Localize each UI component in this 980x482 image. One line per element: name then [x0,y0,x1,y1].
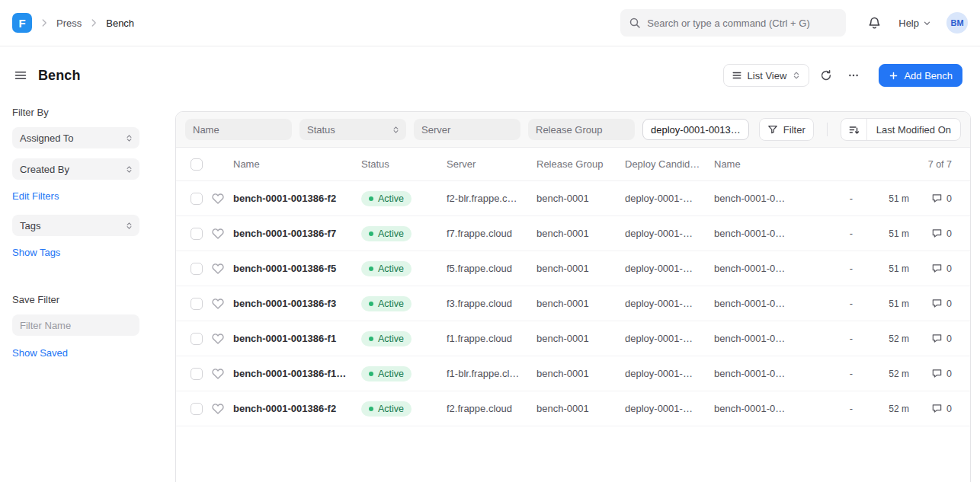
funnel-icon [767,124,778,135]
status-cell: Active [361,226,447,241]
last-modified-cell: 51 m [865,298,909,309]
refresh-button[interactable] [815,65,837,86]
deploy-candidate-filter-input[interactable] [642,119,749,140]
status-cell: Active [361,366,447,381]
bench-name-cell: bench-0001-001386-f7 [233,228,361,239]
server-cell: f2-blr.frappe.c… [447,193,536,204]
global-search-input[interactable]: Search or type a command (Ctrl + G) [620,9,846,37]
sort-direction-button[interactable] [841,119,867,140]
chevron-down-icon [923,19,931,27]
filter-name-input[interactable] [12,314,139,336]
sort-field-button[interactable]: Last Modified On [867,124,960,136]
favorite-heart-icon[interactable] [212,263,224,275]
name-filter-input[interactable] [185,119,292,140]
favorite-heart-icon[interactable] [212,368,224,380]
server-cell: f5.frappe.cloud [447,263,536,274]
row-checkbox[interactable] [191,193,203,205]
comments-cell[interactable]: 0 [909,368,952,379]
table-row[interactable]: bench-0001-001386-f2 Active f2.frappe.cl… [176,391,970,426]
filter-button[interactable]: Filter [759,118,814,141]
list-view-selector-button[interactable]: List View [723,64,810,87]
status-filter-select[interactable]: Status [299,119,406,140]
filter-button-label: Filter [783,124,805,136]
table-row[interactable]: bench-0001-001386-f1… Active f1-blr.frap… [176,356,970,391]
header-status[interactable]: Status [361,158,447,170]
user-avatar[interactable]: BM [946,12,968,34]
breadcrumb-bench[interactable]: Bench [106,18,134,29]
table-row[interactable]: bench-0001-001386-f5 Active f5.frappe.cl… [176,251,970,286]
status-badge: Active [361,331,412,346]
name-cell-secondary: bench-0001-0… [714,403,837,414]
tags-select[interactable]: Tags [12,215,139,236]
plus-icon [889,71,898,81]
comments-cell[interactable]: 0 [909,228,952,239]
help-label: Help [898,18,919,29]
release-group-cell: bench-0001 [536,403,625,414]
last-modified-cell: 52 m [865,334,909,344]
row-checkbox[interactable] [191,368,203,380]
comments-cell[interactable]: 0 [909,263,952,274]
breadcrumb-press[interactable]: Press [56,18,82,29]
comments-cell[interactable]: 0 [909,193,952,204]
empty-value-cell: - [837,298,865,309]
frappe-logo[interactable]: F [12,13,32,33]
table-row[interactable]: bench-0001-001386-f7 Active f7.frappe.cl… [176,216,970,251]
table-header-row: Name Status Server Release Group Deploy … [176,148,970,181]
row-checkbox[interactable] [191,228,203,240]
release-group-filter-input[interactable] [528,119,635,140]
row-checkbox[interactable] [191,403,203,415]
save-filter-label: Save Filter [12,294,163,305]
row-checkbox[interactable] [191,333,203,345]
favorite-heart-icon[interactable] [212,333,224,345]
comments-cell[interactable]: 0 [909,403,952,414]
notifications-bell-button[interactable] [866,14,883,32]
help-menu-button[interactable]: Help [898,18,931,29]
header-server[interactable]: Server [447,158,536,170]
show-tags-link[interactable]: Show Tags [12,247,60,258]
bell-icon [867,16,882,30]
table-row[interactable]: bench-0001-001386-f1 Active f1.frappe.cl… [176,321,970,356]
chevron-up-down-icon [792,71,801,80]
release-group-cell: bench-0001 [536,193,625,204]
comments-cell[interactable]: 0 [909,333,952,344]
select-all-checkbox[interactable] [191,158,203,171]
status-badge: Active [361,401,412,417]
row-checkbox[interactable] [191,298,203,310]
header-deploy-candidate[interactable]: Deploy Candid… [625,158,714,170]
tags-label: Tags [20,220,40,231]
favorite-heart-icon[interactable] [212,193,224,205]
favorite-heart-icon[interactable] [212,403,224,415]
sidebar-toggle-button[interactable] [12,67,29,84]
last-modified-cell: 51 m [865,193,909,204]
deploy-candidate-cell: deploy-0001-… [625,333,714,344]
favorite-heart-icon[interactable] [212,298,224,310]
comment-count: 0 [946,369,952,379]
chevron-up-down-icon [125,134,133,142]
deploy-candidate-cell: deploy-0001-… [625,263,714,274]
chevron-up-down-icon [125,222,133,230]
list-icon [732,70,742,81]
name-cell-secondary: bench-0001-0… [714,368,837,379]
add-bench-button[interactable]: Add Bench [879,64,962,87]
status-dot-icon [369,196,373,201]
more-options-button[interactable] [843,65,864,86]
main-content: Status Filter [175,102,980,482]
empty-value-cell: - [837,228,865,239]
table-row[interactable]: bench-0001-001386-f3 Active f3.frappe.cl… [176,286,970,321]
server-cell: f2.frappe.cloud [447,403,536,414]
table-row[interactable]: bench-0001-001386-f2 Active f2-blr.frapp… [176,181,970,216]
created-by-select[interactable]: Created By [12,158,139,180]
refresh-icon [820,69,832,81]
header-name2[interactable]: Name [714,158,837,170]
row-checkbox[interactable] [191,263,203,275]
server-filter-input[interactable] [414,119,520,140]
header-name[interactable]: Name [233,158,361,170]
show-saved-link[interactable]: Show Saved [12,347,68,359]
empty-value-cell: - [837,333,865,344]
comment-bubble-icon [931,193,943,204]
edit-filters-link[interactable]: Edit Filters [12,190,59,202]
header-release-group[interactable]: Release Group [536,158,625,170]
comments-cell[interactable]: 0 [909,298,952,309]
favorite-heart-icon[interactable] [212,228,224,240]
assigned-to-select[interactable]: Assigned To [12,127,139,148]
